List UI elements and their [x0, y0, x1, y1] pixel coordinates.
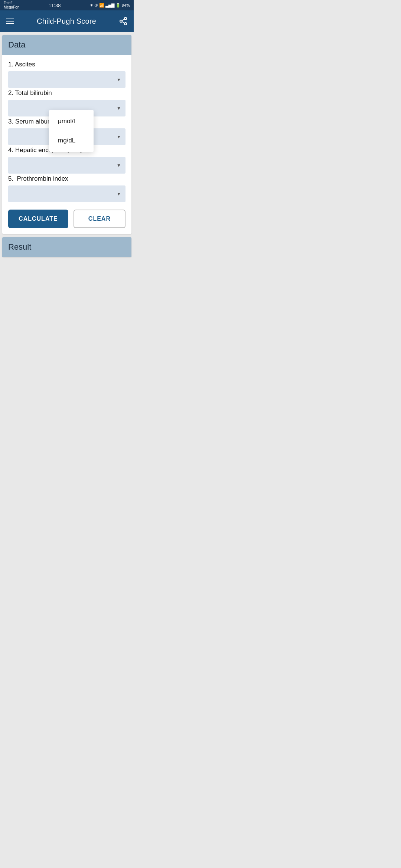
result-section-title: Result [8, 242, 31, 251]
unit-option-umol[interactable]: μmol/l [49, 112, 94, 131]
result-card-header: Result [2, 237, 131, 257]
share-button[interactable] [119, 17, 128, 26]
unit-option-mgdl[interactable]: mg/dL [49, 131, 94, 150]
clear-button[interactable]: CLEAR [74, 210, 125, 228]
battery-label: 94% [122, 3, 130, 7]
prothrombin-index-select[interactable] [8, 185, 125, 202]
battery-icon: 🔋 [115, 3, 121, 8]
hepatic-encephalopathy-select[interactable] [8, 157, 125, 174]
data-card-header: Data [2, 35, 131, 55]
data-section-title: Data [8, 40, 25, 49]
action-buttons: CALCULATE CLEAR [8, 210, 125, 228]
ascites-field: 1. Ascites ▼ [8, 61, 125, 88]
menu-button[interactable] [6, 19, 14, 24]
ascites-dropdown-wrap: ▼ [8, 71, 125, 88]
vibrate-icon: ③ [94, 3, 98, 8]
bluetooth-icon: ✶ [90, 3, 93, 8]
status-bar: Tele2 MegaFon 11:38 ✶ ③ 📶 ▃▅▇ 🔋 94% [0, 0, 134, 10]
main-content: Data 1. Ascites ▼ 2. Total bilirubin [0, 32, 134, 263]
svg-line-4 [122, 19, 125, 21]
svg-line-3 [122, 22, 125, 23]
app-bar: Child-Pugh Score [0, 10, 134, 32]
calculate-button[interactable]: CALCULATE [8, 210, 68, 228]
status-icons: ✶ ③ 📶 ▃▅▇ 🔋 94% [90, 3, 130, 8]
wifi-icon: 📶 [99, 3, 104, 8]
signal-icon: ▃▅▇ [105, 3, 114, 8]
data-card: Data 1. Ascites ▼ 2. Total bilirubin [2, 35, 131, 234]
prothrombin-index-field: 5. Prothrombin index ▼ [8, 175, 125, 202]
page-title: Child-Pugh Score [37, 17, 96, 26]
time-label: 11:38 [49, 3, 61, 8]
ascites-select[interactable] [8, 71, 125, 88]
prothrombin-index-dropdown-wrap: ▼ [8, 185, 125, 202]
bilirubin-unit-popup: μmol/l mg/dL [49, 110, 94, 152]
hepatic-encephalopathy-dropdown-wrap: ▼ [8, 157, 125, 174]
total-bilirubin-field: 2. Total bilirubin ▼ μmol/l mg/dL [8, 89, 125, 116]
carrier-label: Tele2 MegaFon [4, 1, 19, 10]
data-card-body: 1. Ascites ▼ 2. Total bilirubin ▼ [2, 55, 131, 234]
ascites-label: 1. Ascites [8, 61, 125, 68]
total-bilirubin-label: 2. Total bilirubin [8, 89, 125, 97]
prothrombin-index-label: 5. Prothrombin index [8, 175, 125, 183]
result-card: Result [2, 237, 131, 257]
